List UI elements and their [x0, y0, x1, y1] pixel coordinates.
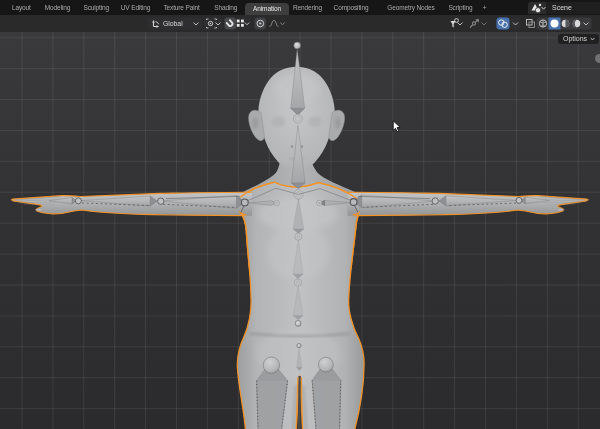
svg-text:Global: Global — [163, 20, 183, 27]
